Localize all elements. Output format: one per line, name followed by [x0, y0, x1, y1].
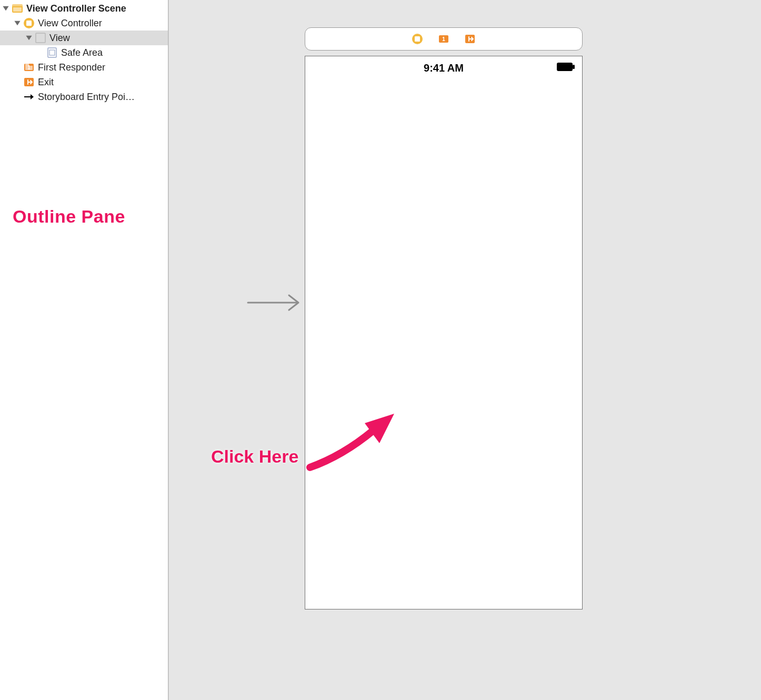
view-controller-scene[interactable]: 1 9:41 AM: [305, 27, 583, 609]
svg-rect-22: [557, 63, 573, 71]
viewcontroller-icon[interactable]: [412, 33, 423, 45]
svg-rect-3: [13, 7, 22, 12]
entry-point-arrow-icon: [23, 91, 35, 103]
svg-rect-6: [26, 21, 32, 26]
outline-row-view[interactable]: View: [0, 31, 168, 45]
svg-rect-2: [12, 4, 23, 6]
annotation-click-arrow-icon: [306, 408, 400, 472]
safearea-icon: [46, 47, 58, 58]
storyboard-canvas[interactable]: 1 9:41 AM Click Here: [168, 0, 761, 700]
svg-marker-24: [365, 414, 394, 443]
svg-marker-4: [14, 21, 20, 25]
outline-row-first-responder[interactable]: 1 First Responder: [0, 60, 168, 75]
view-icon: [35, 32, 46, 44]
outline-row-label: View Controller: [38, 18, 102, 29]
storyboard-entry-arrow-icon[interactable]: [246, 292, 305, 313]
exit-icon[interactable]: [464, 33, 476, 45]
first-responder-icon: 1: [23, 62, 35, 73]
outline-row-label: First Responder: [38, 62, 105, 73]
outline-row-viewcontroller[interactable]: View Controller: [0, 16, 168, 31]
scene-icon: [12, 3, 23, 14]
outline-row-label: Exit: [38, 77, 54, 88]
disclosure-triangle-icon[interactable]: [2, 5, 9, 12]
disclosure-triangle-icon[interactable]: [25, 34, 33, 42]
svg-marker-7: [26, 36, 32, 40]
device-view[interactable]: 9:41 AM: [305, 56, 583, 609]
document-outline-panel[interactable]: View Controller Scene View Controller Vi…: [0, 0, 168, 700]
svg-rect-18: [415, 36, 420, 42]
outline-row-label: Storyboard Entry Poi…: [38, 92, 135, 103]
annotation-outline-pane-label: Outline Pane: [13, 206, 125, 227]
viewcontroller-icon: [23, 17, 35, 29]
outline-row-safearea[interactable]: Safe Area: [0, 45, 168, 60]
scene-dock[interactable]: 1: [305, 27, 583, 51]
svg-rect-10: [49, 50, 55, 55]
battery-icon: [557, 63, 575, 71]
outline-row-label: View Controller Scene: [26, 3, 126, 14]
svg-marker-15: [31, 94, 34, 99]
svg-text:1: 1: [27, 65, 31, 71]
outline-row-entry-point[interactable]: Storyboard Entry Poi…: [0, 89, 168, 104]
outline-row-exit[interactable]: Exit: [0, 75, 168, 89]
disclosure-triangle-icon[interactable]: [14, 19, 21, 27]
svg-rect-8: [36, 33, 45, 43]
annotation-click-here-label: Click Here: [211, 446, 298, 467]
svg-marker-0: [3, 6, 8, 11]
svg-rect-23: [573, 65, 575, 69]
first-responder-icon[interactable]: 1: [438, 33, 449, 45]
outline-row-scene[interactable]: View Controller Scene: [0, 1, 168, 16]
outline-row-label: View: [49, 33, 70, 44]
exit-icon: [23, 76, 35, 88]
outline-row-label: Safe Area: [61, 47, 103, 58]
svg-text:1: 1: [442, 36, 445, 42]
status-bar-time: 9:41 AM: [305, 62, 582, 74]
